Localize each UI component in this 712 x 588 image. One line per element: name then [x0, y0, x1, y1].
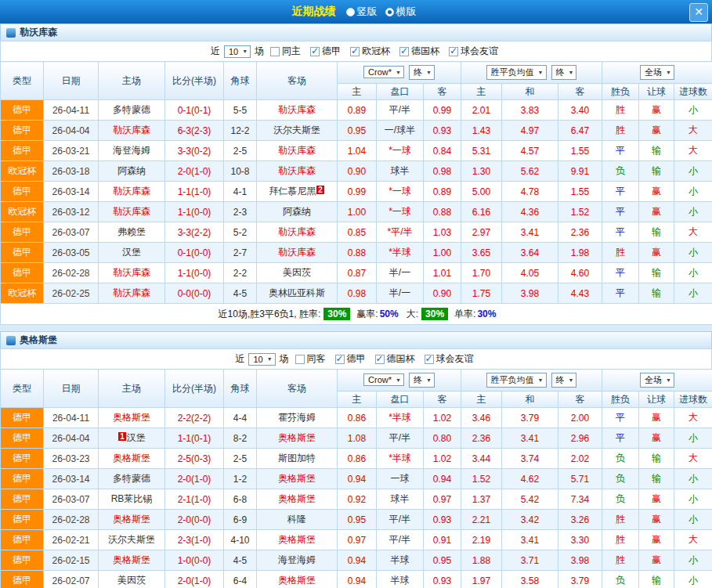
handicap: *一球	[377, 141, 424, 161]
avg-home: 2.01	[461, 100, 502, 121]
recent-count-select[interactable]: 10▼	[248, 353, 275, 366]
filter-prefix: 近	[235, 352, 244, 366]
handicap: *平/半	[377, 222, 424, 243]
avg-final-select[interactable]: 终▼	[551, 373, 577, 388]
team-cell: 弗赖堡	[99, 222, 165, 243]
handicap-result: 输	[639, 161, 674, 182]
team-cell: 多特蒙德	[99, 100, 165, 121]
filter-同主[interactable]: 同主	[270, 45, 301, 58]
match-date: 26-03-23	[44, 449, 99, 469]
avg-odds-select[interactable]: 胜平负均值▼	[486, 65, 547, 80]
goals-result: 小	[674, 243, 712, 263]
checkbox-text: 同客	[307, 352, 326, 366]
result: 平	[602, 222, 639, 243]
filter-row: 近10▼场同主德甲欧冠杯德国杯球会友谊	[0, 41, 712, 61]
odds-home: 1.08	[338, 428, 377, 449]
filter-德国杯[interactable]: 德国杯	[375, 352, 415, 366]
team-text: 弗赖堡	[117, 226, 146, 237]
score: 2-2(2-2)	[165, 408, 224, 428]
avg-draw: 3.41	[502, 428, 558, 449]
corners: 6-8	[224, 489, 257, 510]
odds-company-select[interactable]: Crow*▼	[363, 66, 404, 78]
filter-球会友谊[interactable]: 球会友谊	[425, 352, 474, 366]
avg-away: 2.96	[558, 428, 602, 449]
goals-result: 小	[674, 100, 712, 121]
chevron-down-icon: ▼	[242, 49, 248, 54]
odds-home: 1.00	[338, 202, 377, 222]
checkbox-icon	[350, 47, 360, 56]
team-section: 奥格斯堡近10▼场同客德甲德国杯球会友谊类型日期主场比分(半场)角球客场Crow…	[0, 331, 712, 588]
match-date: 26-03-14	[44, 182, 99, 202]
avg-final-select[interactable]: 终▼	[551, 65, 577, 80]
select-value: Crow*	[368, 375, 392, 384]
result: 负	[602, 469, 639, 489]
score: 0-1(0-0)	[165, 243, 224, 263]
close-button[interactable]: ✕	[689, 3, 708, 22]
avg-home: 2.97	[461, 222, 502, 243]
sub-header: 胜负	[602, 391, 639, 408]
odds-home: 0.95	[338, 510, 377, 530]
team-cell: 汉堡	[99, 243, 165, 263]
avg-away: 3.40	[558, 100, 602, 121]
score: 3-3(2-2)	[165, 222, 224, 243]
scope-select[interactable]: 全场▼	[640, 373, 674, 388]
handicap: 平/半	[377, 530, 424, 550]
league-type: 德甲	[1, 489, 44, 510]
odds-final-select[interactable]: 终▼	[409, 65, 435, 80]
corners: 4-5	[224, 550, 257, 571]
scope-select[interactable]: 全场▼	[640, 65, 674, 80]
handicap: *半球	[377, 243, 424, 263]
match-date: 26-03-05	[44, 243, 99, 263]
filter-欧冠杯[interactable]: 欧冠杯	[350, 45, 390, 58]
team-text: 多特蒙德	[113, 104, 150, 115]
recent-count-select[interactable]: 10▼	[224, 45, 251, 58]
handicap: 平/半	[377, 100, 424, 121]
team-cell: 勒沃库森	[99, 121, 165, 141]
avg-draw: 4.78	[502, 182, 558, 202]
avg-away: 4.60	[558, 263, 602, 283]
column-header: 类型	[1, 62, 44, 100]
match-row: 德甲26-04-04勒沃库森6-3(2-3)12-2沃尔夫斯堡0.95一/球半0…	[1, 121, 712, 141]
checkbox-icon	[335, 355, 345, 364]
section-team-name: 勒沃库森	[20, 26, 57, 39]
avg-away: 2.36	[558, 222, 602, 243]
team-cell: 科隆	[257, 510, 338, 530]
avg-odds-select[interactable]: 胜平负均值▼	[486, 373, 547, 388]
result: 平	[602, 182, 639, 202]
checkbox-icon	[399, 47, 409, 56]
score: 1-1(1-0)	[165, 182, 224, 202]
odds-home: 1.04	[338, 141, 377, 161]
avg-home: 1.75	[461, 283, 502, 304]
league-type: 德甲	[1, 243, 44, 263]
league-type: 德甲	[1, 408, 44, 428]
team-cell: 奥格斯堡	[99, 510, 165, 530]
column-header: 客场	[257, 370, 338, 408]
full-group-header: 全场▼	[602, 370, 712, 391]
sub-header: 和	[502, 391, 558, 408]
odds-company-select[interactable]: Crow*▼	[363, 373, 404, 386]
select-value: 10	[229, 47, 238, 56]
filter-同客[interactable]: 同客	[295, 352, 326, 366]
match-date: 26-03-21	[44, 141, 99, 161]
odds-final-select[interactable]: 终▼	[409, 373, 435, 388]
handicap: 平/半	[377, 428, 424, 449]
team-text: 科隆	[287, 514, 306, 525]
team-cell: 海登海姆	[257, 550, 338, 571]
score: 6-3(2-3)	[165, 121, 224, 141]
filter-德甲[interactable]: 德甲	[335, 352, 366, 366]
handicap-result: 输	[639, 571, 674, 588]
result: 胜	[602, 510, 639, 530]
odds-away: 0.99	[424, 100, 461, 121]
filter-德甲[interactable]: 德甲	[310, 45, 341, 58]
team-cell: 勒沃库森	[99, 263, 165, 283]
view-option-vertical[interactable]: 竖版	[346, 5, 378, 19]
avg-group-header: 胜平负均值▼终▼	[461, 62, 602, 84]
view-option-horizontal[interactable]: 横版	[385, 5, 417, 19]
team-text: 美因茨	[117, 575, 146, 586]
goals-result: 小	[674, 571, 712, 588]
league-type: 德甲	[1, 469, 44, 489]
avg-home: 1.30	[461, 161, 502, 182]
filter-德国杯[interactable]: 德国杯	[399, 45, 439, 58]
filter-球会友谊[interactable]: 球会友谊	[449, 45, 498, 58]
select-value: 终	[556, 67, 565, 78]
